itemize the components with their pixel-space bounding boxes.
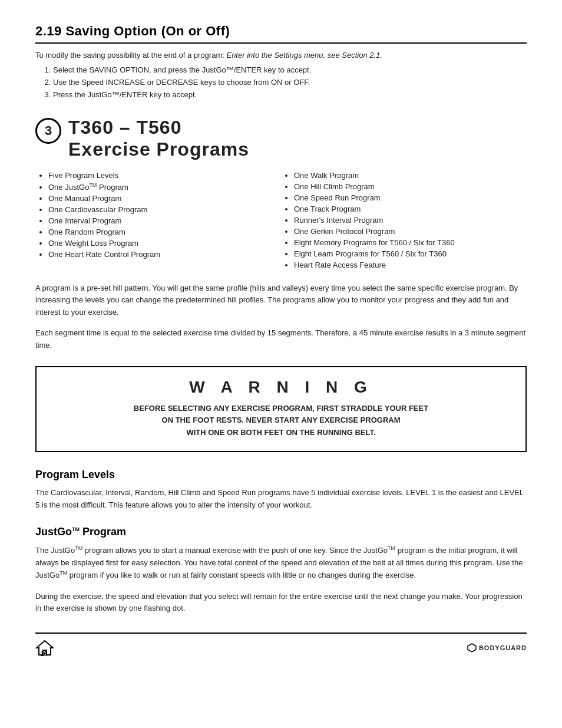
section-title-2-19: 2.19 Saving Option (On or Off) (35, 24, 527, 44)
bullet-right-7: Eight Learn Programs for T560 / Six for … (294, 249, 527, 258)
bullet-left-4: One Interval Program (48, 216, 281, 225)
steps-list: Select the SAVING OPTION, and press the … (53, 65, 527, 99)
step-2: Use the Speed INCREASE or DECREASE keys … (53, 78, 527, 87)
bullet-right-0: One Walk Program (294, 171, 527, 180)
program-levels-text: The Cardiovascular, Interval, Random, Hi… (35, 487, 527, 512)
logo-text: BODYGUARD (479, 644, 527, 651)
warning-box: W A R N I N G BEFORE SELECTING ANY EXERC… (35, 366, 527, 452)
svg-text:16: 16 (41, 651, 48, 657)
step-3: Press the JustGo™/ENTER key to accept. (53, 90, 527, 99)
section-intro: To modify the saving possibility at the … (35, 51, 527, 60)
bullet-left-0: Five Program Levels (48, 171, 281, 180)
justgo-section: JustGoTM Program The JustGoTM program al… (35, 526, 527, 615)
bullet-col-left: Five Program Levels One JustGoTM Program… (35, 171, 281, 272)
bullet-right-8: Heart Rate Access Feature (294, 261, 527, 269)
chapter-icon: 3 (35, 118, 61, 144)
footer-logo: BODYGUARD (467, 643, 527, 653)
bullet-col-right: One Walk Program One Hill Climb Program … (281, 171, 527, 272)
warning-body: BEFORE SELECTING ANY EXERCISE PROGRAM, F… (51, 403, 511, 439)
chapter-title: T360 – T560 Exercise Programs (68, 117, 249, 160)
bullet-left-7: One Heart Rate Control Program (48, 250, 281, 259)
section-2-19: 2.19 Saving Option (On or Off) To modify… (35, 24, 527, 99)
program-levels-section: Program Levels The Cardiovascular, Inter… (35, 469, 527, 512)
description-2: Each segment time is equal to the select… (35, 327, 527, 352)
bullet-left-1: One JustGoTM Program (48, 182, 281, 192)
bullet-right-6: Eight Memory Programs for T560 / Six for… (294, 238, 527, 247)
justgo-text-2: During the exercise, the speed and eleva… (35, 591, 527, 615)
footer-left: 16 (35, 638, 54, 657)
chapter-header: 3 T360 – T560 Exercise Programs (35, 117, 527, 160)
justgo-title: JustGoTM Program (35, 526, 527, 538)
bullet-right-5: One Gerkin Protocol Program (294, 227, 527, 236)
bullet-right-2: One Speed Run Program (294, 193, 527, 202)
bullet-left-6: One Weight Loss Program (48, 239, 281, 248)
step-1: Select the SAVING OPTION, and press the … (53, 65, 527, 74)
program-levels-title: Program Levels (35, 469, 527, 481)
description-1: A program is a pre-set hill pattern. You… (35, 282, 527, 319)
bullet-left-3: One Cardiovascular Program (48, 205, 281, 214)
bullet-right-3: One Track Program (294, 205, 527, 213)
home-icon: 16 (35, 638, 54, 657)
bullet-left-2: One Manual Program (48, 194, 281, 203)
svg-marker-2 (468, 644, 476, 652)
left-bullet-list: Five Program Levels One JustGoTM Program… (48, 171, 281, 259)
bullet-right-4: Runner's Interval Program (294, 216, 527, 225)
bodyguard-logo-icon (467, 643, 477, 653)
footer: 16 BODYGUARD (35, 633, 527, 657)
bullet-left-5: One Random Program (48, 228, 281, 236)
warning-title: W A R N I N G (51, 378, 511, 397)
bullet-right-1: One Hill Climb Program (294, 182, 527, 191)
bullet-columns: Five Program Levels One JustGoTM Program… (35, 171, 527, 272)
right-bullet-list: One Walk Program One Hill Climb Program … (294, 171, 527, 269)
justgo-text-1: The JustGoTM program allows you to start… (35, 544, 527, 582)
